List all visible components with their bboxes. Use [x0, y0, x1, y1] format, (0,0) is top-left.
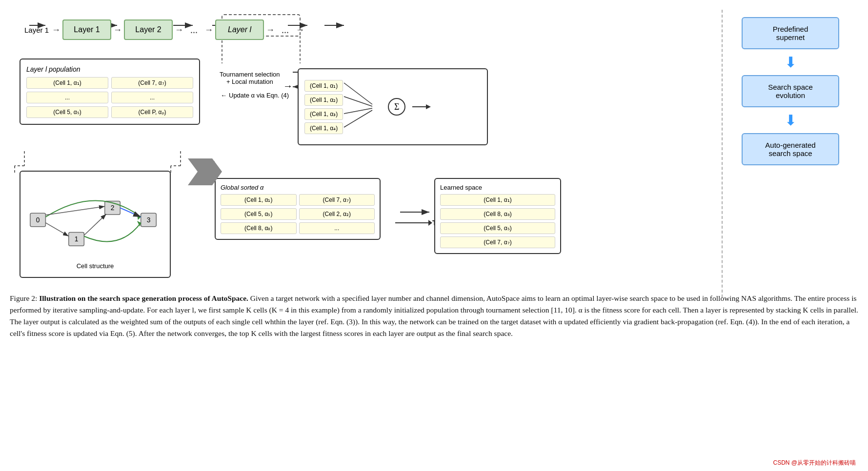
- layer-box-2: Layer 2: [124, 20, 173, 40]
- sum-cell-4: (Cell 1, α₄): [304, 122, 343, 134]
- main-diagram: Layer 1 → Layer 1 → Layer 2 → ... → Laye…: [10, 10, 717, 297]
- layer-box-1: Layer 1: [62, 20, 111, 40]
- pop-cell-p: (Cell P, αₚ): [111, 106, 193, 118]
- learned-space-title: Learned space: [440, 184, 555, 191]
- sum-out-arrow: [411, 97, 431, 117]
- right-panel: Predefinedsupernet ⬇ Search spaceevoluti…: [722, 10, 858, 297]
- population-box: Layer l population (Cell 1, α₁) (Cell 7,…: [20, 59, 200, 125]
- cell-structure-label: Cell structure: [25, 262, 165, 270]
- global-sorted-title: Global sorted α: [221, 184, 375, 191]
- update-alpha-label: Update α via Eqn. (4): [229, 92, 289, 99]
- gs-dots: ...: [299, 222, 375, 234]
- update-alpha-area: ← Update α via Eqn. (4): [221, 92, 289, 99]
- learned-space-box: Learned space (Cell 1, α₁) (Cell 8, α₈) …: [434, 178, 561, 254]
- gs-cell-8: (Cell 8, α₈): [221, 222, 297, 234]
- svg-line-35: [45, 223, 68, 236]
- sum-cell-1: (Cell 1, α₁): [304, 80, 343, 92]
- tournament-line2: + Local mutation: [220, 78, 280, 85]
- auto-generated-label: Auto-generatedsearch space: [765, 141, 815, 157]
- pop-grid: (Cell 1, α₁) (Cell 7, α₇) ... ... (Cell …: [26, 77, 193, 118]
- arrow-right-2: →: [175, 25, 183, 35]
- svg-text:0: 0: [36, 216, 40, 224]
- svg-marker-46: [188, 158, 222, 185]
- sum-circle: Σ: [388, 98, 405, 116]
- svg-line-38: [45, 206, 104, 215]
- big-grey-arrow-svg: [183, 158, 222, 185]
- ls-cell-5: (Cell 5, α₅): [440, 222, 555, 234]
- rp-arrow-1: ⬇: [785, 54, 797, 71]
- arrow-right-4: →: [266, 25, 275, 35]
- rp-arrow-2: ⬇: [785, 112, 797, 129]
- arrow-right-3: →: [204, 25, 213, 35]
- ls-cell-7: (Cell 7, α₇): [440, 236, 555, 248]
- tournament-label: Tournament selection + Local mutation: [220, 71, 280, 85]
- global-sorted-box: Global sorted α (Cell 1, α₁) (Cell 7, α₇…: [215, 178, 381, 240]
- svg-text:3: 3: [147, 216, 151, 224]
- cells-sum-container: (Cell 1, α₁) (Cell 1, α₂) (Cell 1, α₃) (…: [298, 68, 488, 145]
- arrow-right-1: →: [113, 25, 122, 35]
- top4-line: [395, 222, 429, 223]
- csdn-watermark: CSDN @从零开始的计科搬砖喵: [773, 459, 856, 467]
- layer-box-l: Layer l: [215, 20, 264, 40]
- learned-cells: (Cell 1, α₁) (Cell 8, α₈) (Cell 5, α₅) (…: [440, 194, 555, 248]
- predefined-supernet-label: Predefinedsupernet: [773, 25, 808, 41]
- cell-structure-box: 0 1 2 3: [20, 171, 171, 278]
- auto-generated-box: Auto-generatedsearch space: [742, 133, 839, 165]
- pop-cell-dots-2: ...: [111, 92, 193, 103]
- pop-cell-dots-1: ...: [26, 92, 108, 103]
- big-grey-arrow: [183, 158, 222, 187]
- svg-line-37: [120, 208, 141, 217]
- svg-marker-45: [426, 104, 431, 109]
- dots-2: ...: [282, 24, 289, 36]
- arrow-tourn-back: ←: [221, 92, 227, 99]
- svg-line-39: [84, 214, 106, 235]
- tournament-line1: Tournament selection: [220, 71, 280, 78]
- search-space-evolution-label: Search spaceevolution: [768, 83, 813, 99]
- input-label: Layer 1: [24, 26, 49, 34]
- gs-cell-5: (Cell 5, α₅): [221, 208, 297, 220]
- pop-cell-1: (Cell 1, α₁): [26, 77, 108, 89]
- gs-cell-7: (Cell 7, α₇): [299, 194, 375, 206]
- ls-cell-1: (Cell 1, α₁): [440, 194, 555, 206]
- connector-lines-svg: [343, 75, 382, 138]
- cell-structure-svg: 0 1 2 3: [25, 177, 165, 259]
- dots-1: ...: [190, 24, 198, 36]
- svg-text:2: 2: [111, 204, 115, 212]
- caption-bold-part: Illustration on the search space generat…: [39, 294, 248, 302]
- predefined-supernet-box: Predefinedsupernet: [742, 17, 839, 49]
- layer-row: Layer 1 → Layer 1 → Layer 2 → ... → Laye…: [24, 20, 464, 40]
- diagram-area: Layer 1 → Layer 1 → Layer 2 → ... → Laye…: [10, 10, 858, 297]
- ls-cell-8: (Cell 8, α₈): [440, 208, 555, 220]
- svg-text:1: 1: [75, 236, 79, 243]
- caption-text: Figure 2: Illustration on the search spa…: [10, 293, 858, 339]
- pop-cell-5: (Cell 5, α₅): [26, 106, 108, 118]
- sum-cell-3: (Cell 1, α₃): [304, 108, 343, 120]
- arrow-right-0: →: [52, 25, 61, 35]
- caption-area: Figure 2: Illustration on the search spa…: [0, 293, 868, 339]
- arrow-tourn-fwd: →: [283, 80, 293, 92]
- gs-cell-1: (Cell 1, α₁): [221, 194, 297, 206]
- global-sorted-grid: (Cell 1, α₁) (Cell 7, α₇) (Cell 5, α₅) (…: [221, 194, 375, 234]
- arrow-right-5: →: [296, 25, 304, 35]
- page-container: Layer 1 → Layer 1 → Layer 2 → ... → Laye…: [0, 0, 868, 471]
- population-title: Layer l population: [26, 65, 193, 73]
- pop-cell-7: (Cell 7, α₇): [111, 77, 193, 89]
- gs-cell-2: (Cell 2, α₂): [299, 208, 375, 220]
- sum-cell-2: (Cell 1, α₂): [304, 94, 343, 106]
- top4-arrowhead: [428, 220, 432, 226]
- cells-column: (Cell 1, α₁) (Cell 1, α₂) (Cell 1, α₃) (…: [304, 80, 343, 134]
- search-space-evolution-box: Search spaceevolution: [742, 75, 839, 107]
- caption-figure-label: Figure 2:: [10, 294, 37, 302]
